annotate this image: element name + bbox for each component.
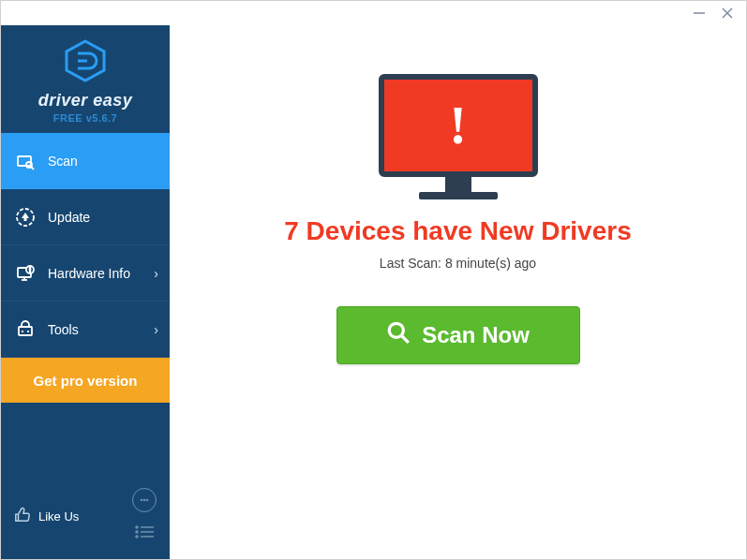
close-button[interactable] (720, 6, 735, 21)
svg-rect-10 (24, 217, 27, 221)
like-us-button[interactable]: Like Us (14, 507, 79, 526)
headline: 7 Devices have New Drivers (284, 216, 631, 246)
main: driver easy FREE v5.6.7 Scan Update i (1, 25, 746, 559)
chevron-right-icon: › (154, 266, 158, 281)
feedback-icon[interactable] (132, 488, 157, 512)
svg-rect-16 (19, 327, 32, 335)
sidebar: driver easy FREE v5.6.7 Scan Update i (1, 25, 170, 559)
svg-point-19 (141, 499, 142, 500)
svg-rect-5 (18, 156, 31, 166)
logo-icon (63, 38, 108, 87)
sidebar-item-label: Hardware Info (48, 266, 130, 281)
minimize-button[interactable] (692, 6, 707, 21)
sidebar-item-tools[interactable]: Tools › (1, 302, 170, 358)
get-pro-label: Get pro version (34, 373, 138, 389)
svg-point-20 (143, 499, 144, 500)
sidebar-item-update[interactable]: Update (1, 189, 170, 245)
update-icon (14, 208, 37, 227)
tools-icon (14, 320, 37, 339)
sidebar-footer: Like Us (1, 479, 170, 559)
sidebar-item-label: Tools (48, 322, 79, 337)
logo-block: driver easy FREE v5.6.7 (1, 25, 170, 133)
sidebar-item-scan[interactable]: Scan (1, 133, 170, 189)
get-pro-button[interactable]: Get pro version (1, 358, 170, 403)
sidebar-item-hardware-info[interactable]: i Hardware Info › (1, 245, 170, 302)
scan-now-button[interactable]: Scan Now (336, 306, 580, 364)
content: ! 7 Devices have New Drivers Last Scan: … (170, 25, 746, 559)
alert-monitor-graphic: ! (379, 74, 538, 196)
svg-point-24 (136, 531, 138, 533)
sidebar-nav: Scan Update i Hardware Info › Tools (1, 133, 170, 403)
search-icon (386, 320, 411, 350)
thumbs-up-icon (14, 507, 31, 526)
footer-icons (132, 488, 157, 544)
hardware-info-icon: i (14, 264, 37, 283)
like-us-label: Like Us (38, 509, 79, 523)
scan-icon (14, 152, 37, 170)
app-version: FREE v5.6.7 (53, 112, 117, 124)
alert-icon: ! (379, 74, 538, 177)
menu-list-icon[interactable] (132, 520, 157, 544)
sidebar-item-label: Update (48, 210, 90, 225)
svg-point-26 (136, 536, 138, 538)
svg-line-29 (401, 335, 409, 343)
scan-now-label: Scan Now (422, 322, 530, 348)
sidebar-item-label: Scan (48, 154, 78, 169)
titlebar (1, 1, 746, 25)
svg-point-28 (389, 323, 403, 337)
app-name: driver easy (38, 91, 133, 111)
last-scan-text: Last Scan: 8 minute(s) ago (380, 256, 536, 271)
svg-point-21 (146, 499, 147, 500)
chevron-right-icon: › (154, 322, 158, 337)
svg-line-7 (31, 167, 34, 169)
svg-point-22 (136, 526, 138, 528)
